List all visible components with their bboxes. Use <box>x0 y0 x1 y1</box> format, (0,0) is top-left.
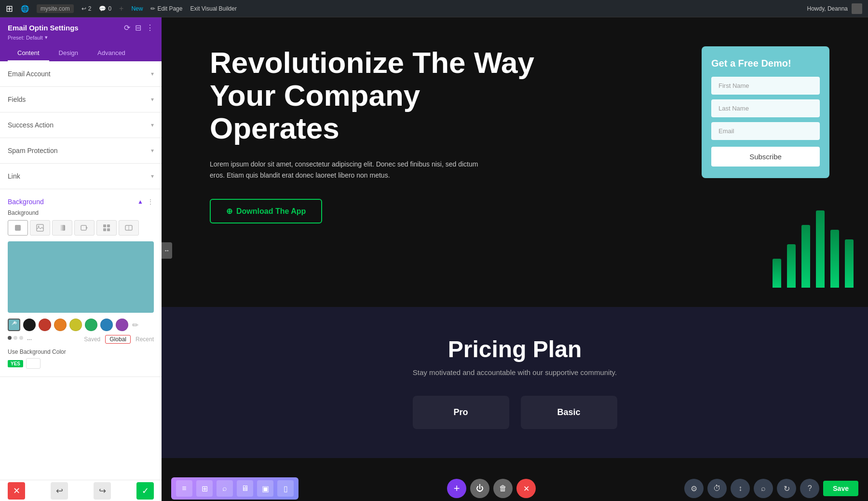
download-btn-label: Download The App <box>236 207 306 216</box>
bg-type-image[interactable] <box>30 220 50 236</box>
yes-color-box[interactable] <box>26 358 41 369</box>
new-button[interactable]: New <box>131 5 143 12</box>
first-name-input[interactable] <box>711 77 820 95</box>
save-button[interactable]: Save <box>823 481 858 496</box>
bg-type-gradient[interactable] <box>52 220 72 236</box>
panel-toggle-arrow[interactable]: ↔ <box>162 242 172 259</box>
section-email-account-chevron: ▾ <box>151 70 154 77</box>
color-red[interactable] <box>39 319 51 331</box>
exit-builder-button[interactable]: Exit Visual Builder <box>190 5 237 12</box>
panel-sync-icon[interactable]: ⟳ <box>124 23 130 32</box>
section-link-chevron: ▾ <box>151 173 154 180</box>
section-fields-chevron: ▾ <box>151 96 154 103</box>
section-success-action-label: Success Action <box>8 121 54 129</box>
svg-marker-5 <box>86 226 88 229</box>
toolbar-sort-btn[interactable]: ↕ <box>731 479 750 498</box>
bg-type-video[interactable] <box>74 220 95 236</box>
dot-2 <box>14 336 17 340</box>
toolbar-history-btn[interactable]: ⏱ <box>707 479 727 498</box>
section-link-label: Link <box>8 172 20 180</box>
last-name-input[interactable] <box>711 99 820 117</box>
yes-badge[interactable]: YES <box>8 360 23 367</box>
section-spam-protection-header[interactable]: Spam Protection ▾ <box>8 138 154 163</box>
wordpress-icon[interactable]: ⊞ <box>6 3 13 14</box>
redo-button-panel[interactable]: ↪ <box>94 482 111 500</box>
subscribe-button[interactable]: Subscribe <box>711 147 820 167</box>
tab-content[interactable]: Content <box>8 45 49 61</box>
toolbar-right: ⚙ ⏱ ↕ ⌕ ↻ ? Save <box>684 479 858 498</box>
svg-rect-8 <box>103 228 106 231</box>
panel-layout-icon[interactable]: ⊟ <box>135 23 141 32</box>
pricing-card-basic: Basic <box>521 396 617 429</box>
pricing-card-basic-title: Basic <box>530 407 608 418</box>
bg-type-row <box>8 220 154 236</box>
tab-recent[interactable]: Recent <box>136 336 154 343</box>
howdy-text: Howdy, Deanna <box>807 5 848 12</box>
section-link-header[interactable]: Link ▾ <box>8 164 154 189</box>
undo-button-panel[interactable]: ↩ <box>51 482 68 500</box>
bg-type-pattern[interactable] <box>96 220 117 236</box>
toolbar-tablet-btn[interactable]: ▣ <box>257 480 273 497</box>
main-layout: Email Optin Settings ⟳ ⊟ ⋮ Preset: Defau… <box>0 17 868 501</box>
color-tabs-row: ··· Saved Global Recent <box>8 335 154 344</box>
section-email-account-header[interactable]: Email Account ▾ <box>8 61 154 86</box>
section-success-action-header[interactable]: Success Action ▾ <box>8 112 154 138</box>
toolbar-mobile-btn[interactable]: ▯ <box>277 480 294 497</box>
comments-button[interactable]: 💬 0 <box>99 5 111 12</box>
tab-global[interactable]: Global <box>105 335 131 344</box>
section-background-chevron-up: ▲ <box>137 198 143 205</box>
bg-type-responsive[interactable] <box>119 220 139 236</box>
section-background-header[interactable]: Background ▲ ⋮ <box>0 189 162 209</box>
toolbar-grid-btn[interactable]: ⊞ <box>196 480 213 497</box>
toolbar-center: + ⏻ 🗑 ✕ <box>447 479 536 498</box>
toolbar-refresh-btn[interactable]: ↻ <box>777 479 796 498</box>
toolbar-search-btn[interactable]: ⌕ <box>217 480 233 497</box>
color-swatch-large[interactable] <box>8 241 154 313</box>
section-background: Background ▲ ⋮ Background <box>0 189 162 377</box>
toolbar-add-button[interactable]: + <box>447 479 466 498</box>
color-filter-tabs: Saved Global Recent <box>84 335 154 344</box>
color-black[interactable] <box>23 319 36 331</box>
user-avatar[interactable] <box>852 3 862 14</box>
toolbar-power-btn[interactable]: ⏻ <box>470 479 489 498</box>
confirm-button[interactable]: ✓ <box>136 482 154 500</box>
section-background-gear[interactable]: ⋮ <box>147 198 154 206</box>
section-success-action-chevron: ▾ <box>151 122 154 128</box>
edit-page-button[interactable]: ✏ Edit Page <box>150 5 182 12</box>
color-purple[interactable] <box>116 319 128 331</box>
section-fields-header[interactable]: Fields ▾ <box>8 87 154 112</box>
toolbar-settings-btn[interactable]: ⚙ <box>684 479 704 498</box>
dot-3 <box>19 336 23 340</box>
toolbar-search2-btn[interactable]: ⌕ <box>754 479 773 498</box>
panel-menu-icon[interactable]: ⋮ <box>146 23 154 32</box>
hero-description: Lorem ipsum dolor sit amet, consectetur … <box>210 159 489 182</box>
left-panel: Email Optin Settings ⟳ ⊟ ⋮ Preset: Defau… <box>0 17 162 501</box>
email-input[interactable] <box>711 122 820 140</box>
color-picker-tool[interactable] <box>8 319 20 331</box>
color-lime[interactable] <box>85 319 97 331</box>
toolbar-trash-btn[interactable]: 🗑 <box>493 479 513 498</box>
site-icon[interactable]: 🌐 <box>21 5 29 13</box>
form-card: Get a Free Demo! Subscribe <box>702 46 829 178</box>
tab-saved[interactable]: Saved <box>84 336 100 343</box>
color-yellow-green[interactable] <box>69 319 82 331</box>
toolbar-help-btn[interactable]: ? <box>800 479 819 498</box>
toolbar-desktop-btn[interactable]: 🖥 <box>237 480 253 497</box>
color-blue[interactable] <box>100 319 113 331</box>
color-pencil-icon[interactable]: ✏ <box>132 320 138 330</box>
tab-design[interactable]: Design <box>49 45 88 61</box>
panel-header: Email Optin Settings ⟳ ⊟ ⋮ Preset: Defau… <box>0 17 162 61</box>
bg-type-solid[interactable] <box>8 220 28 236</box>
tab-advanced[interactable]: Advanced <box>88 45 135 61</box>
undo-button[interactable]: ↩ 2 <box>81 5 92 12</box>
color-orange[interactable] <box>54 319 67 331</box>
section-fields-label: Fields <box>8 96 26 103</box>
toolbar-menu-btn[interactable]: ≡ <box>176 480 192 497</box>
cancel-button[interactable]: ✕ <box>8 482 25 500</box>
dots-more[interactable]: ··· <box>27 336 32 343</box>
download-app-button[interactable]: ⊕ Download The App <box>210 199 322 223</box>
panel-title: Email Optin Settings <box>8 24 79 32</box>
section-background-label: Background <box>8 198 44 206</box>
toolbar-close-btn[interactable]: ✕ <box>516 479 536 498</box>
panel-preset[interactable]: Preset: Default ▾ <box>8 34 154 41</box>
